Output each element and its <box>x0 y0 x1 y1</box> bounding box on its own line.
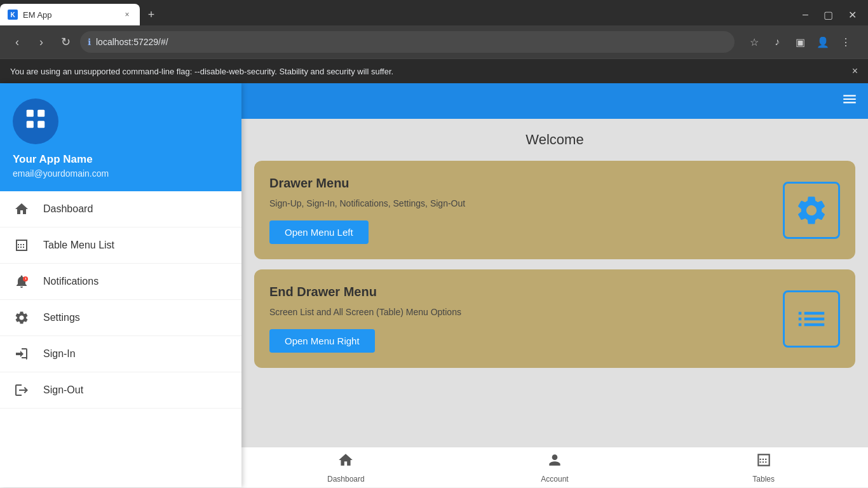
bottom-nav: Dashboard Account Tables <box>241 447 868 487</box>
end-drawer-menu-card-icon <box>783 290 840 348</box>
user-name: Your App Name <box>13 153 93 166</box>
bottom-nav-dashboard-label: Dashboard <box>327 475 365 484</box>
menu-button[interactable]: ⋮ <box>836 32 855 51</box>
bottom-nav-tables[interactable]: Tables <box>659 452 868 484</box>
new-tab-button[interactable]: + <box>142 6 160 24</box>
bottom-nav-dashboard[interactable]: Dashboard <box>241 452 451 484</box>
warning-bar: You are using an unsupported command-lin… <box>0 58 868 83</box>
sidebar-item-sign-out-label: Sign-Out <box>43 384 83 396</box>
address-bar[interactable]: ℹ localhost:57229/#/ <box>80 31 735 53</box>
sidebar-item-dashboard-label: Dashboard <box>43 203 93 215</box>
drawer-menu-card-title: Drawer Menu <box>269 176 768 191</box>
bookmark-button[interactable]: ☆ <box>745 32 764 51</box>
warning-text: You are using an unsupported command-lin… <box>10 67 393 76</box>
bottom-nav-account-icon <box>546 452 563 472</box>
hamburger-menu-button[interactable] <box>841 91 858 111</box>
home-icon <box>13 201 31 217</box>
avatar <box>13 98 58 144</box>
drawer-menu-card-icon <box>783 182 840 239</box>
back-button[interactable]: ‹ <box>8 32 27 51</box>
bottom-nav-account[interactable]: Account <box>451 452 660 484</box>
main-toolbar <box>241 83 868 119</box>
address-bar-row: ‹ › ↻ ℹ localhost:57229/#/ ☆ ♪ ▣ 👤 ⋮ <box>0 25 868 58</box>
svg-rect-0 <box>27 110 34 117</box>
close-window-button[interactable]: ✕ <box>842 6 863 24</box>
open-menu-left-button[interactable]: Open Menu Left <box>269 220 369 244</box>
end-drawer-menu-card-title: End Drawer Menu <box>269 285 768 299</box>
drawer-menu-card-content: Drawer Menu Sign-Up, Sign-In, Notificati… <box>269 176 768 244</box>
sidebar-header: Your App Name email@yourdomain.com <box>0 83 241 191</box>
active-tab[interactable]: K EM App × <box>0 4 140 25</box>
sidebar-item-sign-in-label: Sign-In <box>43 348 76 360</box>
sidebar-item-sign-out[interactable]: Sign-Out <box>0 372 241 409</box>
tab-list: K EM App × + <box>0 4 160 25</box>
svg-rect-2 <box>27 121 34 128</box>
end-drawer-menu-card-content: End Drawer Menu Screen List and All Scre… <box>269 285 768 353</box>
url-display: localhost:57229/#/ <box>96 37 168 47</box>
tab-title: EM App <box>23 10 122 20</box>
open-menu-right-button[interactable]: Open Menu Right <box>269 329 375 353</box>
bottom-nav-dashboard-icon <box>337 452 354 472</box>
sidebar-item-settings[interactable]: Settings <box>0 300 241 336</box>
toolbar-right: ☆ ♪ ▣ 👤 ⋮ <box>740 32 860 51</box>
media-button[interactable]: ♪ <box>768 32 787 51</box>
end-drawer-menu-card-desc: Screen List and All Screen (Table) Menu … <box>269 306 768 319</box>
sidebar-menu: Dashboard Table Menu List <box>0 191 241 487</box>
drawer-menu-card-desc: Sign-Up, Sign-In, Notifications, Setting… <box>269 197 768 210</box>
minimize-button[interactable]: – <box>796 6 815 23</box>
sidebar-item-settings-label: Settings <box>43 312 80 323</box>
profile-button[interactable]: 👤 <box>813 32 832 51</box>
svg-rect-3 <box>37 121 44 128</box>
warning-close-button[interactable]: × <box>852 65 858 77</box>
avatar-icon <box>24 107 48 136</box>
info-icon: ℹ <box>88 37 91 47</box>
bottom-nav-tables-icon <box>756 452 772 472</box>
sidebar-item-notifications-label: Notifications <box>43 276 98 287</box>
main-content: Welcome Drawer Menu Sign-Up, Sign-In, No… <box>241 83 868 487</box>
window-controls: – ▢ ✕ <box>796 6 868 24</box>
user-email: email@yourdomain.com <box>13 168 109 179</box>
reload-button[interactable]: ↻ <box>56 32 75 51</box>
drawer-menu-card: Drawer Menu Sign-Up, Sign-In, Notificati… <box>254 161 855 259</box>
main-body: Welcome Drawer Menu Sign-Up, Sign-In, No… <box>241 119 868 487</box>
maximize-button[interactable]: ▢ <box>817 6 839 24</box>
sidebar-button[interactable]: ▣ <box>790 32 810 51</box>
sidebar: Your App Name email@yourdomain.com Dashb… <box>0 83 241 487</box>
tab-favicon: K <box>8 10 18 20</box>
browser-tabs: K EM App × + – ▢ ✕ <box>0 0 868 25</box>
app-container: Your App Name email@yourdomain.com Dashb… <box>0 83 868 487</box>
sidebar-item-dashboard[interactable]: Dashboard <box>0 191 241 227</box>
welcome-title: Welcome <box>254 132 855 148</box>
forward-button[interactable]: › <box>32 32 51 51</box>
tab-close-button[interactable]: × <box>122 10 132 20</box>
svg-rect-1 <box>37 110 44 117</box>
notification-icon <box>13 274 31 289</box>
sidebar-item-table-menu-list-label: Table Menu List <box>43 240 114 251</box>
end-drawer-menu-card: End Drawer Menu Screen List and All Scre… <box>254 269 855 368</box>
sidebar-item-notifications[interactable]: Notifications <box>0 264 241 300</box>
sign-out-icon <box>13 383 31 398</box>
browser-chrome: K EM App × + – ▢ ✕ ‹ › ↻ ℹ localhost:572… <box>0 0 868 58</box>
bottom-nav-account-label: Account <box>541 475 568 484</box>
sidebar-item-table-menu-list[interactable]: Table Menu List <box>0 227 241 264</box>
table-icon <box>13 238 31 253</box>
sidebar-item-sign-in[interactable]: Sign-In <box>0 336 241 372</box>
settings-icon <box>13 310 31 325</box>
sign-in-icon <box>13 346 31 362</box>
bottom-nav-tables-label: Tables <box>752 475 775 484</box>
